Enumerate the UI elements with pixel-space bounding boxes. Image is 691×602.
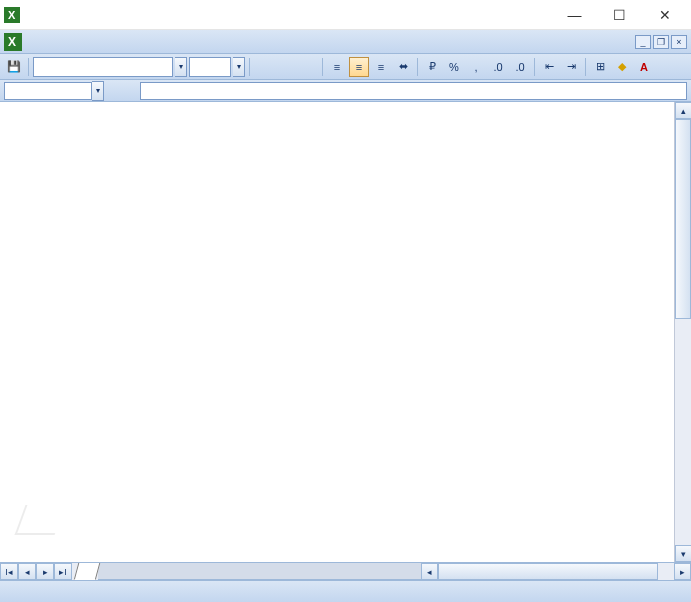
- increase-decimal-button[interactable]: .0: [488, 57, 508, 77]
- horizontal-scrollbar[interactable]: ◂ ▸: [421, 563, 691, 580]
- align-center-button[interactable]: ≡: [349, 57, 369, 77]
- align-left-button[interactable]: ≡: [327, 57, 347, 77]
- formula-input[interactable]: [140, 82, 687, 100]
- hscroll-track[interactable]: [658, 563, 674, 580]
- close-button[interactable]: ✕: [642, 1, 687, 29]
- scroll-track[interactable]: [675, 319, 691, 545]
- menu-help[interactable]: [124, 39, 136, 45]
- underline-button[interactable]: [298, 57, 318, 77]
- excel-icon: X: [4, 33, 22, 51]
- scroll-left-button[interactable]: ◂: [421, 563, 438, 580]
- subwindow-restore-button[interactable]: ❐: [653, 35, 669, 49]
- spreadsheet-grid[interactable]: [0, 102, 674, 562]
- svg-text:X: X: [8, 9, 16, 21]
- tab-nav-first-button[interactable]: I◂: [0, 563, 18, 580]
- scroll-down-button[interactable]: ▾: [675, 545, 691, 562]
- decrease-indent-button[interactable]: ⇤: [539, 57, 559, 77]
- font-dropdown-icon[interactable]: ▾: [175, 57, 187, 77]
- toolbar-separator: [534, 58, 535, 76]
- font-select[interactable]: [33, 57, 173, 77]
- fill-color-button[interactable]: ◆: [612, 57, 632, 77]
- comma-button[interactable]: ,: [466, 57, 486, 77]
- tab-strip-space: [98, 563, 421, 580]
- align-right-button[interactable]: ≡: [371, 57, 391, 77]
- bold-button[interactable]: [254, 57, 274, 77]
- sheet-tab-active[interactable]: [74, 563, 101, 580]
- toolbar-separator: [28, 58, 29, 76]
- scroll-up-button[interactable]: ▴: [675, 102, 691, 119]
- subwindow-minimize-button[interactable]: _: [635, 35, 651, 49]
- toolbar-separator: [585, 58, 586, 76]
- sheet-tab-bar: I◂ ◂ ▸ ▸I ◂ ▸: [0, 562, 691, 580]
- fx-button[interactable]: [112, 82, 132, 100]
- menu-format[interactable]: [76, 39, 88, 45]
- formatting-toolbar: 💾 ▾ ▾ ≡ ≡ ≡ ⬌ ₽ % , .0 .0 ⇤ ⇥ ⊞ ◆ A: [0, 54, 691, 80]
- hscroll-thumb[interactable]: [438, 563, 658, 580]
- italic-button[interactable]: [276, 57, 296, 77]
- subwindow-close-button[interactable]: ×: [671, 35, 687, 49]
- save-button[interactable]: 💾: [4, 57, 24, 77]
- menu-data[interactable]: [100, 39, 112, 45]
- toolbar-separator: [322, 58, 323, 76]
- maximize-button[interactable]: ☐: [597, 1, 642, 29]
- vertical-scrollbar[interactable]: ▴ ▾: [674, 102, 691, 562]
- app-icon: X: [4, 7, 20, 23]
- formula-bar: ▾: [0, 80, 691, 102]
- percent-button[interactable]: %: [444, 57, 464, 77]
- menubar: X _ ❐ ×: [0, 30, 691, 54]
- minimize-button[interactable]: —: [552, 1, 597, 29]
- font-color-button[interactable]: A: [634, 57, 654, 77]
- scroll-thumb[interactable]: [675, 119, 691, 319]
- tab-nav-last-button[interactable]: ▸I: [54, 563, 72, 580]
- toolbar-separator: [249, 58, 250, 76]
- currency-button[interactable]: ₽: [422, 57, 442, 77]
- menu-view[interactable]: [52, 39, 64, 45]
- font-size-dropdown-icon[interactable]: ▾: [233, 57, 245, 77]
- borders-button[interactable]: ⊞: [590, 57, 610, 77]
- menu-insert[interactable]: [64, 39, 76, 45]
- name-box-dropdown-icon[interactable]: ▾: [92, 81, 104, 101]
- menu-file[interactable]: [28, 39, 40, 45]
- menu-edit[interactable]: [40, 39, 52, 45]
- tab-nav-next-button[interactable]: ▸: [36, 563, 54, 580]
- increase-indent-button[interactable]: ⇥: [561, 57, 581, 77]
- font-size-select[interactable]: [189, 57, 231, 77]
- titlebar: X — ☐ ✕: [0, 0, 691, 30]
- scroll-right-button[interactable]: ▸: [674, 563, 691, 580]
- decrease-decimal-button[interactable]: .0: [510, 57, 530, 77]
- status-bar: [0, 580, 691, 602]
- toolbar-separator: [417, 58, 418, 76]
- name-box[interactable]: [4, 82, 92, 100]
- tab-nav-prev-button[interactable]: ◂: [18, 563, 36, 580]
- merge-button[interactable]: ⬌: [393, 57, 413, 77]
- menu-tools[interactable]: [88, 39, 100, 45]
- menu-window[interactable]: [112, 39, 124, 45]
- svg-text:X: X: [8, 35, 16, 49]
